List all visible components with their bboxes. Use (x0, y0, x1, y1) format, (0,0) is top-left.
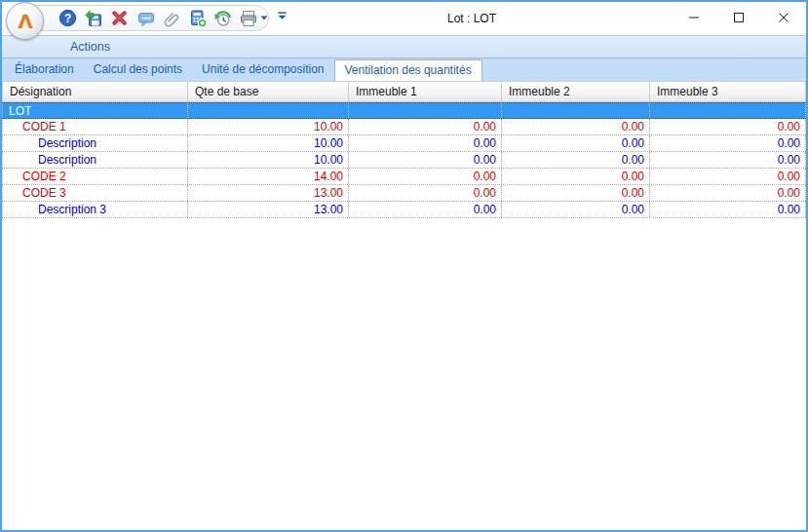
menu-bar: Actions (2, 36, 806, 58)
value-cell[interactable]: 13.00 (188, 202, 349, 217)
save-icon (84, 9, 103, 28)
tab-unite-de-decomposition[interactable]: Unité de décomposition (192, 59, 333, 81)
value-cell[interactable] (650, 103, 806, 118)
menu-item-actions[interactable]: Actions (62, 40, 118, 54)
print-dropdown-arrow-icon[interactable] (260, 16, 268, 20)
designation-cell[interactable]: CODE 3 (2, 185, 188, 201)
value-cell[interactable]: 0.00 (650, 119, 806, 134)
column-header-qte-de-base[interactable]: Qte de base (188, 81, 349, 102)
value-cell[interactable]: 0.00 (650, 202, 806, 217)
value-cell[interactable]: 0.00 (349, 202, 502, 217)
print-icon (239, 9, 258, 28)
column-header-immeuble-1[interactable]: Immeuble 1 (349, 81, 502, 102)
value-cell[interactable]: 0.00 (349, 169, 502, 184)
value-cell[interactable]: 0.00 (650, 169, 806, 184)
value-cell[interactable]: 0.00 (502, 152, 650, 168)
value-cell[interactable]: 0.00 (650, 135, 806, 151)
title-bar: ? (2, 2, 806, 36)
value-cell[interactable]: 10.00 (188, 152, 349, 168)
app-menu-button[interactable] (6, 2, 44, 40)
value-cell[interactable]: 10.00 (188, 135, 349, 151)
attachment-icon (162, 9, 181, 28)
svg-text:?: ? (64, 12, 71, 25)
help-button[interactable]: ? (58, 7, 79, 30)
value-cell[interactable] (349, 103, 502, 118)
close-button[interactable] (761, 2, 806, 32)
table-row[interactable]: Description10.000.000.000.00 (2, 152, 806, 169)
grid-header: Désignation Qte de base Immeuble 1 Immeu… (2, 81, 806, 102)
toolbar-options-button[interactable] (276, 9, 289, 26)
print-button[interactable] (239, 7, 268, 30)
comment-icon (136, 9, 156, 28)
maximize-button[interactable] (716, 2, 761, 32)
delete-icon (110, 9, 129, 27)
value-cell[interactable]: 0.00 (502, 185, 650, 201)
history-button[interactable] (212, 7, 234, 30)
value-cell[interactable]: 0.00 (502, 202, 650, 217)
column-header-immeuble-3[interactable]: Immeuble 3 (650, 81, 806, 102)
close-icon (778, 12, 789, 23)
table-row[interactable]: CODE 110.000.000.000.00 (2, 119, 806, 135)
designation-cell[interactable]: CODE 1 (2, 119, 188, 134)
value-cell[interactable]: 10.00 (188, 119, 349, 134)
designation-cell[interactable]: Description (2, 152, 188, 168)
toolbar-options-icon (276, 10, 289, 22)
value-cell[interactable]: 0.00 (349, 119, 502, 134)
table-row[interactable]: Description10.000.000.000.00 (2, 135, 806, 152)
tab-calcul-des-points[interactable]: Calcul des points (84, 59, 192, 81)
window-controls (672, 2, 806, 32)
minimize-button[interactable] (672, 2, 716, 32)
value-cell[interactable]: 0.00 (349, 152, 502, 168)
value-cell[interactable]: 0.00 (349, 135, 502, 151)
minimize-icon (688, 12, 700, 23)
value-cell[interactable]: 0.00 (650, 185, 806, 201)
value-cell[interactable]: 0.00 (502, 135, 650, 151)
value-cell[interactable]: 0.00 (349, 185, 502, 201)
delete-button[interactable] (109, 7, 131, 30)
designation-cell[interactable]: CODE 2 (2, 169, 188, 184)
maximize-icon (733, 12, 745, 23)
designation-cell[interactable]: Description (2, 135, 188, 151)
app-logo-icon (13, 9, 38, 34)
calculator-add-icon (188, 9, 208, 28)
app-window: ? (0, 0, 808, 532)
calculator-add-button[interactable] (187, 7, 209, 30)
value-cell[interactable] (188, 103, 349, 118)
value-cell[interactable]: 0.00 (502, 119, 650, 134)
column-header-immeuble-2[interactable]: Immeuble 2 (502, 81, 650, 102)
quantities-grid: Désignation Qte de base Immeuble 1 Immeu… (2, 81, 806, 218)
tab-strip: Élaboration Calcul des points Unité de d… (2, 58, 806, 81)
help-icon: ? (58, 9, 77, 27)
table-row[interactable]: LOT (2, 102, 806, 119)
value-cell[interactable]: 14.00 (188, 169, 349, 184)
tab-elaboration[interactable]: Élaboration (5, 59, 84, 81)
column-header-designation[interactable]: Désignation (2, 81, 188, 102)
designation-cell[interactable]: LOT (2, 103, 188, 118)
value-cell[interactable]: 0.00 (502, 169, 650, 184)
table-body: LOTCODE 110.000.000.000.00Description10.… (2, 102, 806, 218)
designation-cell[interactable]: Description 3 (2, 202, 188, 217)
value-cell[interactable]: 13.00 (188, 185, 349, 201)
history-icon (213, 9, 233, 28)
value-cell[interactable] (502, 103, 650, 118)
table-row[interactable]: CODE 313.000.000.000.00 (2, 185, 806, 202)
attachment-button[interactable] (161, 7, 182, 30)
save-button[interactable] (84, 7, 105, 30)
window-title: Lot : LOT (447, 12, 496, 25)
value-cell[interactable]: 0.00 (650, 152, 806, 168)
comment-button[interactable] (135, 7, 157, 30)
tab-ventilation-des-quantites[interactable]: Ventilation des quantités (334, 59, 482, 81)
table-row[interactable]: CODE 214.000.000.000.00 (2, 169, 806, 185)
quick-access-toolbar: ? (31, 5, 269, 31)
table-row[interactable]: Description 313.000.000.000.00 (2, 202, 806, 218)
